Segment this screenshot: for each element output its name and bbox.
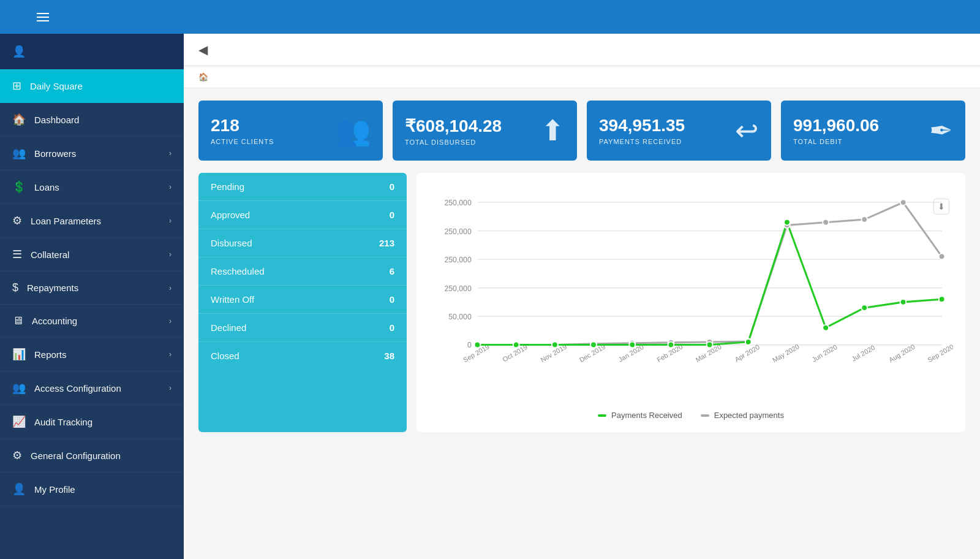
main-area: 👤 ⊞ Daily Square 🏠 Dashboard 👥 Borrowers… <box>0 34 980 559</box>
sidebar-item-dashboard[interactable]: 🏠 Dashboard <box>0 103 184 137</box>
loan-status-value-3: 6 <box>390 266 394 276</box>
loan-status-value-0: 0 <box>390 181 394 192</box>
sidebar-label-daily-square: Daily Square <box>30 81 83 91</box>
sidebar-item-audit-tracking[interactable]: 📈 Audit Tracking <box>0 405 184 439</box>
sidebar-label-loans: Loans <box>34 182 59 192</box>
svg-text:Sep 2020: Sep 2020 <box>926 343 953 363</box>
stat-card-label-2: PAYMENTS RECEIVED <box>599 138 685 145</box>
sidebar-label-reports: Reports <box>34 349 67 360</box>
sidebar-user: 👤 <box>0 34 184 69</box>
stat-card-number-0: 218 <box>211 116 274 135</box>
legend-label-0: Payments Received <box>611 411 682 420</box>
sidebar-item-loans[interactable]: 💲 Loans › <box>0 170 184 204</box>
loan-status-value-5: 0 <box>390 322 394 333</box>
svg-point-46 <box>784 219 790 226</box>
loan-status-label-0: Pending <box>211 181 244 192</box>
svg-text:0: 0 <box>467 341 472 349</box>
sidebar-icon-general-configuration: ⚙ <box>12 449 22 462</box>
loan-status-row-0: Pending 0 <box>198 173 407 201</box>
chevron-icon: › <box>169 350 172 359</box>
svg-text:250,000: 250,000 <box>445 199 472 207</box>
svg-point-41 <box>590 342 597 348</box>
sidebar-item-daily-square[interactable]: ⊞ Daily Square <box>0 69 184 103</box>
chevron-icon: › <box>169 384 172 392</box>
svg-text:250,000: 250,000 <box>445 256 472 264</box>
sidebar-item-left: 👤 My Profile <box>12 482 75 496</box>
stat-card-2: 394,951.35 PAYMENTS RECEIVED ↩ <box>587 101 771 161</box>
chevron-icon: › <box>169 317 172 325</box>
legend-label-1: Expected payments <box>714 411 784 420</box>
svg-point-37 <box>939 254 945 260</box>
chart-legend: Payments Received Expected payments <box>429 411 953 420</box>
sidebar-item-left: 👥 Access Configuration <box>12 381 121 395</box>
loan-status-row-2: Disbursed 213 <box>198 229 407 257</box>
breadcrumb: 🏠 <box>184 66 980 88</box>
sidebar-label-loan-parameters: Loan Parameters <box>31 216 101 226</box>
svg-point-49 <box>900 299 907 305</box>
sidebar-icon-repayments: $ <box>12 281 18 294</box>
svg-point-47 <box>823 325 829 331</box>
sidebar-item-left: 📈 Audit Tracking <box>12 415 92 428</box>
stat-card-number-2: 394,951.35 <box>599 116 685 135</box>
back-button[interactable]: ◀ <box>198 42 208 57</box>
svg-point-39 <box>513 342 519 348</box>
legend-item-0: Payments Received <box>598 411 682 420</box>
sidebar-item-left: 💲 Loans <box>12 180 59 194</box>
user-icon: 👤 <box>12 45 26 58</box>
sidebar-icon-my-profile: 👤 <box>12 482 26 496</box>
loan-status-label-4: Written Off <box>211 294 254 305</box>
chevron-icon: › <box>169 250 172 259</box>
sidebar-item-left: ⚙ Loan Parameters <box>12 214 101 227</box>
svg-text:250,000: 250,000 <box>445 227 472 236</box>
sidebar-label-audit-tracking: Audit Tracking <box>34 417 92 427</box>
svg-text:Jul 2020: Jul 2020 <box>850 344 876 363</box>
svg-text:50,000: 50,000 <box>448 313 472 321</box>
stat-card-number-3: 991,960.06 <box>793 116 879 135</box>
svg-point-50 <box>939 296 945 302</box>
sidebar-item-my-profile[interactable]: 👤 My Profile <box>0 473 184 506</box>
sidebar-nav: ⊞ Daily Square 🏠 Dashboard 👥 Borrowers ›… <box>0 69 184 559</box>
sidebar-item-left: 🖥 Accounting <box>12 314 77 327</box>
sidebar-item-access-configuration[interactable]: 👥 Access Configuration › <box>0 371 184 405</box>
menu-button[interactable] <box>37 13 54 21</box>
sidebar-item-borrowers[interactable]: 👥 Borrowers › <box>0 137 184 170</box>
sidebar-item-left: $ Repayments <box>12 281 78 294</box>
sidebar-item-collateral[interactable]: ☰ Collateral › <box>0 238 184 272</box>
svg-point-36 <box>900 199 907 205</box>
stat-card-label-0: ACTIVE CLIENTS <box>211 138 274 145</box>
stat-card-label-3: TOTAL DEBIT <box>793 138 879 145</box>
svg-point-40 <box>552 342 558 348</box>
sidebar-item-left: 📊 Reports <box>12 348 67 361</box>
sidebar-item-loan-parameters[interactable]: ⚙ Loan Parameters › <box>0 204 184 238</box>
sidebar-item-left: ⊞ Daily Square <box>12 79 83 93</box>
loan-status-row-5: Declined 0 <box>198 314 407 342</box>
sidebar-label-collateral: Collateral <box>31 249 69 260</box>
sidebar-icon-daily-square: ⊞ <box>12 79 21 93</box>
svg-point-35 <box>861 216 867 222</box>
loan-status-row-4: Written Off 0 <box>198 286 407 314</box>
menu-icon <box>37 13 49 21</box>
sidebar-icon-loans: 💲 <box>12 180 26 194</box>
sidebar-item-reports[interactable]: 📊 Reports › <box>0 338 184 371</box>
stat-card-icon-2: ↩ <box>735 114 759 147</box>
loan-status-label-2: Disbursed <box>211 238 252 248</box>
sidebar-item-left: ☰ Collateral <box>12 248 69 261</box>
svg-text:May 2020: May 2020 <box>771 343 801 364</box>
loan-status-label-6: Closed <box>211 351 239 361</box>
loan-status-value-4: 0 <box>390 294 394 305</box>
chart-download-button[interactable]: ⬇ <box>933 199 949 215</box>
svg-point-42 <box>629 342 635 348</box>
sidebar-item-accounting[interactable]: 🖥 Accounting › <box>0 305 184 338</box>
loan-status-row-1: Approved 0 <box>198 201 407 229</box>
stat-card-icon-1: ⬆ <box>541 114 565 147</box>
stat-card-0: 218 ACTIVE CLIENTS 👥 <box>198 101 383 161</box>
svg-text:Jun 2020: Jun 2020 <box>811 343 839 363</box>
stat-card-info-2: 394,951.35 PAYMENTS RECEIVED <box>599 116 685 145</box>
stat-card-icon-3: ✒ <box>929 114 953 147</box>
stat-cards: 218 ACTIVE CLIENTS 👥 ₹608,104.28 TOTAL D… <box>198 101 965 161</box>
sidebar-item-repayments[interactable]: $ Repayments › <box>0 272 184 305</box>
chart-area: ⬇ 250,000250,000250,000250,00050,0000Sep… <box>429 195 953 405</box>
sidebar-icon-accounting: 🖥 <box>12 314 23 327</box>
sidebar-item-general-configuration[interactable]: ⚙ General Configuration <box>0 439 184 473</box>
loan-status-value-2: 213 <box>379 238 394 248</box>
